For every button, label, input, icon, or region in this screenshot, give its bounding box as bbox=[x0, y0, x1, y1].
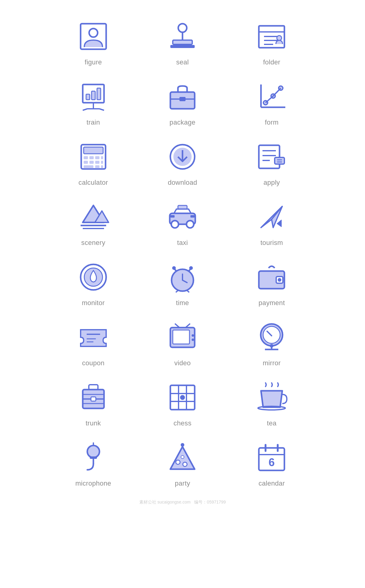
svg-rect-36 bbox=[84, 161, 88, 164]
tea-icon bbox=[253, 379, 290, 416]
svg-point-90 bbox=[263, 326, 280, 343]
trunk-icon bbox=[75, 379, 112, 416]
icon-item-chess: chess bbox=[141, 379, 224, 427]
icon-item-tea: tea bbox=[230, 379, 313, 427]
svg-point-71 bbox=[189, 266, 193, 270]
svg-line-29 bbox=[273, 88, 281, 96]
party-icon bbox=[164, 439, 201, 476]
icon-item-figure: figure bbox=[52, 18, 135, 66]
svg-rect-62 bbox=[190, 215, 195, 218]
icon-item-coupon: coupon bbox=[52, 319, 135, 367]
icon-item-tourism: tourism bbox=[230, 199, 313, 247]
svg-rect-98 bbox=[91, 397, 96, 401]
microphone-label: microphone bbox=[75, 480, 111, 487]
svg-rect-13 bbox=[86, 94, 90, 100]
calendar-icon: 6 bbox=[253, 439, 290, 476]
svg-point-88 bbox=[192, 339, 194, 341]
svg-rect-33 bbox=[89, 156, 94, 159]
svg-point-108 bbox=[87, 445, 99, 458]
svg-rect-50 bbox=[275, 157, 284, 164]
figure-icon bbox=[75, 18, 112, 55]
calculator-icon bbox=[75, 139, 112, 175]
icon-item-apply: apply bbox=[230, 139, 313, 187]
tourism-icon bbox=[253, 199, 290, 235]
apply-icon bbox=[253, 139, 290, 175]
chess-icon bbox=[164, 379, 201, 416]
icon-item-folder: folder bbox=[230, 18, 313, 66]
svg-rect-22 bbox=[179, 97, 186, 101]
svg-point-94 bbox=[270, 344, 273, 348]
svg-rect-32 bbox=[84, 156, 88, 159]
svg-line-75 bbox=[176, 290, 178, 292]
folder-label: folder bbox=[263, 58, 280, 66]
svg-line-19 bbox=[99, 109, 104, 110]
icon-item-seal: seal bbox=[141, 18, 224, 66]
icon-item-form: form bbox=[230, 78, 313, 126]
video-icon bbox=[164, 319, 201, 356]
seal-icon bbox=[164, 18, 201, 55]
svg-point-2 bbox=[178, 24, 187, 32]
seal-label: seal bbox=[176, 58, 189, 66]
download-icon bbox=[164, 139, 201, 175]
svg-rect-35 bbox=[101, 156, 103, 159]
svg-rect-31 bbox=[84, 147, 103, 154]
form-icon bbox=[253, 78, 290, 115]
taxi-label: taxi bbox=[177, 239, 188, 247]
icon-item-microphone: microphone bbox=[52, 439, 135, 487]
calculator-label: calculator bbox=[78, 179, 108, 187]
payment-icon bbox=[253, 259, 290, 295]
package-label: package bbox=[169, 119, 195, 126]
svg-text:6: 6 bbox=[269, 456, 275, 469]
svg-rect-61 bbox=[170, 215, 175, 218]
svg-point-1 bbox=[89, 29, 98, 37]
svg-rect-41 bbox=[95, 165, 99, 168]
microphone-icon bbox=[75, 439, 112, 476]
icon-item-calculator: calculator bbox=[52, 139, 135, 187]
scenery-label: scenery bbox=[81, 239, 105, 247]
svg-rect-37 bbox=[89, 161, 94, 164]
time-label: time bbox=[176, 299, 189, 307]
svg-rect-14 bbox=[92, 91, 95, 100]
monitor-label: monitor bbox=[82, 299, 105, 307]
svg-line-28 bbox=[266, 96, 273, 103]
download-label: download bbox=[168, 179, 197, 187]
svg-rect-34 bbox=[95, 156, 99, 159]
mirror-icon bbox=[253, 319, 290, 356]
taxi-icon bbox=[164, 199, 201, 235]
svg-point-114 bbox=[176, 460, 180, 464]
coupon-label: coupon bbox=[82, 359, 105, 367]
tourism-label: tourism bbox=[260, 239, 283, 247]
svg-rect-4 bbox=[173, 40, 192, 44]
svg-point-70 bbox=[172, 266, 176, 270]
svg-rect-39 bbox=[101, 161, 103, 164]
svg-rect-38 bbox=[95, 161, 99, 164]
icon-item-trunk: trunk bbox=[52, 379, 135, 427]
svg-rect-42 bbox=[101, 165, 103, 168]
svg-line-76 bbox=[187, 290, 189, 292]
icon-item-train: train bbox=[52, 78, 135, 126]
form-label: form bbox=[265, 119, 279, 126]
icon-item-calendar: 6 calendar bbox=[230, 439, 313, 487]
icon-item-package: package bbox=[141, 78, 224, 126]
mirror-label: mirror bbox=[263, 359, 281, 367]
svg-line-18 bbox=[83, 109, 87, 110]
coupon-icon bbox=[75, 319, 112, 356]
time-icon bbox=[164, 259, 201, 295]
icon-item-monitor: monitor bbox=[52, 259, 135, 307]
train-icon bbox=[75, 78, 112, 115]
svg-rect-5 bbox=[170, 45, 195, 48]
svg-point-60 bbox=[186, 221, 194, 228]
icon-item-time: time bbox=[141, 259, 224, 307]
package-icon bbox=[164, 78, 201, 115]
svg-point-106 bbox=[180, 395, 185, 400]
svg-marker-65 bbox=[277, 220, 281, 227]
apply-label: apply bbox=[263, 179, 280, 187]
icon-item-video: video bbox=[141, 319, 224, 367]
icon-item-taxi: taxi bbox=[141, 199, 224, 247]
svg-rect-111 bbox=[90, 456, 97, 459]
chess-label: chess bbox=[174, 419, 192, 427]
monitor-icon bbox=[75, 259, 112, 295]
icon-item-payment: payment bbox=[230, 259, 313, 307]
payment-label: payment bbox=[259, 299, 285, 307]
svg-rect-40 bbox=[84, 165, 93, 168]
